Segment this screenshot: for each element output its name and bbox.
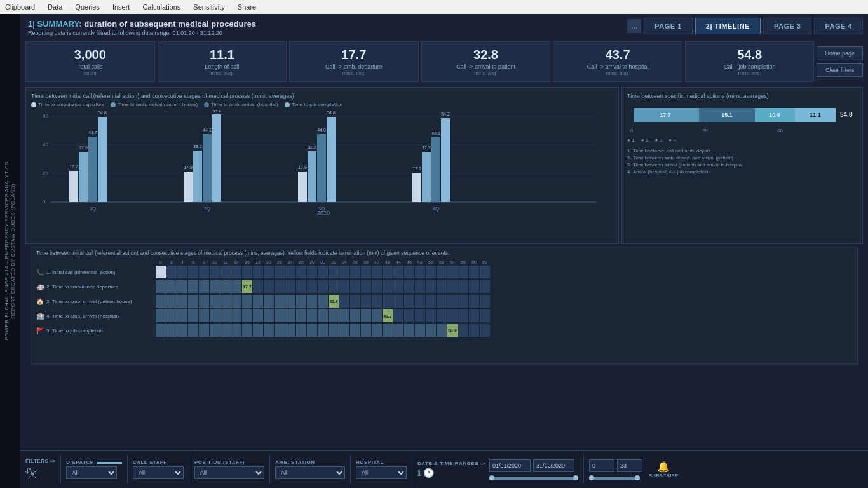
timeline-cell [253,295,263,308]
date-inputs-row [489,459,578,472]
timeline-cell [188,280,198,293]
timeline-cell: 54.8 [447,324,458,337]
right-legend-dot3: ● 3. [654,137,663,143]
timeline-cell [231,280,241,293]
th-20: 20 [264,260,274,264]
info-icon[interactable]: ℹ [417,468,421,478]
timeline-cell [188,295,198,308]
timeline-cell [458,266,468,278]
th-40: 40 [372,260,382,264]
timeline-cell [339,295,349,308]
menu-share[interactable]: Share [238,3,256,11]
side-panel: POWER BI CHALLENGE #14 – EMERGENCY SERVI… [0,14,20,488]
timeline-row-5: 🚩 5. Time to job completion 54.8 [36,323,852,337]
position-staff-select[interactable]: All [194,466,264,479]
kpi-amb-departure-sub: mins. avg. [296,71,412,76]
timeline-cell [231,266,241,278]
hour-slider-right-thumb[interactable] [635,475,640,480]
menu-insert[interactable]: Insert [112,3,130,11]
main-content: ... PAGE 1 2| TIMELINE PAGE 3 PAGE 4 1| … [20,14,868,488]
timeline-cell [264,295,274,308]
page-menu-dots[interactable]: ... [627,19,641,33]
kpi-job-completion-value: 54.8 [692,47,808,62]
menu-clipboard[interactable]: Clipboard [5,3,35,11]
th-56: 56 [458,260,468,264]
tab-page2[interactable]: 2| TIMELINE [695,18,761,34]
timeline-cell [393,309,403,322]
page-title: 1| SUMMARY: duration of subsequent medic… [28,19,256,29]
charts-row: Time between initial call (referential a… [20,85,868,247]
filter-divider-2 [127,455,128,484]
timeline-cell [166,280,177,293]
subscribe-button[interactable]: SUBSCRIBE [649,473,678,478]
timeline-cell [372,309,382,322]
kpi-amb-departure-value: 17.7 [296,47,412,62]
timeline-cell [372,295,382,308]
call-staff-select[interactable]: All [133,466,184,479]
th-26: 26 [296,260,306,264]
timeline-row-4: 🏥 4. Time to amb. arrival (hospital) 43.… [36,309,852,323]
timeline-header: 0 2 4 6 8 10 12 14 16 18 20 22 24 26 [156,260,852,264]
timeline-row-5-label: 🚩 5. Time to job completion [36,327,156,334]
menu-sensitivity[interactable]: Sensitivity [193,3,225,11]
hour-from-input[interactable] [589,459,614,472]
subscribe-icon[interactable]: 🔔 [657,461,670,473]
timeline-cell [220,280,231,293]
date-slider-left-thumb[interactable] [489,475,494,480]
timeline-cell [177,280,187,293]
date-from-input[interactable] [489,459,531,472]
svg-rect-33 [327,117,336,202]
svg-text:1Q: 1Q [90,206,97,212]
amb-station-select[interactable]: All [275,466,345,479]
svg-text:32.6: 32.6 [79,146,88,150]
timeline-cell [393,280,403,293]
timeline-cell [199,295,209,308]
hour-to-input[interactable] [617,459,642,472]
timeline-cell [220,266,231,278]
timeline-cell [404,309,414,322]
timeline-cell [480,266,490,278]
th-10: 10 [210,260,220,264]
tab-page4[interactable]: PAGE 4 [814,18,863,34]
filters-label-section: FILTERS -> ⏧ [25,458,55,481]
menu-data[interactable]: Data [48,3,62,11]
timeline-cell [307,324,317,337]
hour-slider-left-thumb[interactable] [589,475,594,480]
timeline-cell [188,324,198,337]
dispatch-select[interactable]: All [66,466,117,479]
th-4: 4 [177,260,187,264]
timeline-cell [296,266,306,278]
timeline-cell [156,324,166,337]
date-range-slider[interactable] [489,477,578,480]
clock-icon[interactable]: 🕐 [423,468,434,478]
timeline-cell [329,324,339,337]
timeline-cell [264,266,274,278]
svg-rect-11 [79,152,88,202]
timeline-grid: 0 2 4 6 8 10 12 14 16 18 20 22 24 26 [36,260,852,337]
clear-filters-button[interactable]: Clear filters [817,63,863,77]
th-30: 30 [318,260,328,264]
timeline-row-3-label: 🏠 3. Time to amb. arrival (patient house… [36,298,156,305]
svg-text:2020: 2020 [317,210,330,215]
tab-page1[interactable]: PAGE 1 [644,18,693,34]
filter-funnel-icon[interactable]: ⏧ [25,466,55,481]
timeline-cell [404,280,414,293]
hour-range-slider[interactable] [589,477,640,480]
svg-text:54.2: 54.2 [441,112,450,116]
kpi-amb-departure-label: Call -> amb. departure [296,64,412,70]
legend-label-4: Time to job completion [292,102,342,107]
left-bar-chart-svg: 60 40 20 0 17.7 32.6 43.7 [31,110,613,215]
timeline-cell [480,324,490,337]
menu-calculations[interactable]: Calculations [142,3,180,11]
date-slider-right-thumb[interactable] [573,475,578,480]
timeline-row-2-cells: 17.7 [156,280,490,293]
tab-page3[interactable]: PAGE 3 [763,18,812,34]
timeline-row-3-cells: 32.8 [156,295,490,308]
timeline-row-2: 🚑 2. Time to ambulance departure 17.7 [36,280,852,294]
home-page-button[interactable]: Home page [817,46,863,60]
hospital-select[interactable]: All [356,466,407,479]
timeline-cell [404,324,414,337]
timeline-cell [437,280,447,293]
date-to-input[interactable] [533,459,574,472]
menu-queries[interactable]: Queries [75,3,100,11]
